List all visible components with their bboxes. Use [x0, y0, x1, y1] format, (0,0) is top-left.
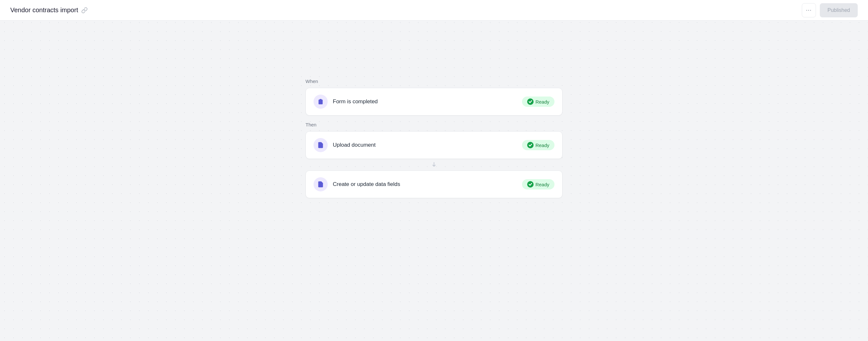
- check-icon: [527, 142, 534, 148]
- upload-document-status-text: Ready: [535, 143, 549, 148]
- card-left: Create or update data fields: [313, 177, 400, 191]
- main-content: When Form is completed: [0, 21, 868, 341]
- upload-document-title: Upload document: [333, 142, 375, 148]
- published-button[interactable]: Published: [820, 3, 858, 18]
- header-left: Vendor contracts import: [10, 6, 88, 14]
- page-title: Vendor contracts import: [10, 6, 78, 14]
- arrow-connector: [306, 159, 562, 171]
- check-icon: [527, 181, 534, 188]
- document-icon: [313, 138, 328, 152]
- card-left: Upload document: [313, 138, 375, 152]
- form-completed-status-text: Ready: [535, 99, 549, 105]
- when-section: When Form is completed: [306, 79, 562, 115]
- when-label: When: [306, 79, 562, 84]
- form-completed-title: Form is completed: [333, 98, 378, 105]
- card-left: Form is completed: [313, 94, 378, 109]
- create-update-fields-status-text: Ready: [535, 182, 549, 187]
- form-completed-card[interactable]: Form is completed Ready: [306, 88, 562, 115]
- create-update-fields-title: Create or update data fields: [333, 181, 400, 188]
- then-section: Then Upload document: [306, 122, 562, 198]
- more-options-button[interactable]: ···: [802, 3, 816, 18]
- then-label: Then: [306, 122, 562, 127]
- create-update-fields-status: Ready: [522, 179, 555, 190]
- workflow-container: When Form is completed: [306, 79, 562, 198]
- document-icon-2: [313, 177, 328, 191]
- check-icon: [527, 98, 534, 105]
- form-completed-status: Ready: [522, 96, 555, 107]
- header-right: ··· Published: [802, 3, 858, 18]
- svg-rect-0: [320, 99, 321, 101]
- edit-icon[interactable]: [81, 7, 88, 13]
- header: Vendor contracts import ··· Published: [0, 0, 868, 21]
- upload-document-card[interactable]: Upload document Ready: [306, 131, 562, 159]
- clipboard-icon: [313, 94, 328, 109]
- create-update-fields-card[interactable]: Create or update data fields Ready: [306, 171, 562, 198]
- upload-document-status: Ready: [522, 140, 555, 150]
